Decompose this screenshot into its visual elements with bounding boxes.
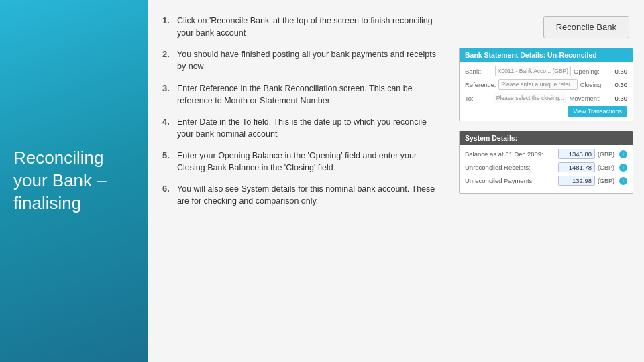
- bank-input-1[interactable]: X0011 - Bank Acco... (GBP): [495, 66, 571, 76]
- right-column: Reconcile Bank Bank Statement Details: U…: [449, 0, 644, 362]
- step-5-number: 5.: [162, 150, 177, 160]
- step-5: 5. Enter your Opening Balance in the 'Op…: [162, 149, 437, 174]
- bank-input-3[interactable]: Please select the closing...: [494, 93, 567, 103]
- view-transactions-button[interactable]: View Transactions: [568, 106, 627, 117]
- system-details-box: System Details: Balance as at 31 Dec 200…: [459, 131, 633, 194]
- bank-input-2[interactable]: Please enter a unique refer...: [498, 79, 577, 90]
- bank-field-3: Movement:: [569, 95, 600, 102]
- bank-label-2: Reference:: [465, 81, 496, 88]
- system-currency-1: (GBP): [598, 151, 616, 158]
- bank-label-3: To:: [465, 95, 491, 102]
- step-3: 3. Enter Reference in the Bank Reconcili…: [162, 82, 437, 107]
- step-2-number: 2.: [162, 49, 177, 59]
- step-3-text: Enter Reference in the Bank Reconciliati…: [177, 82, 437, 107]
- system-row-2: Unreconciled Receipts: 1481.78 (GBP) i: [465, 162, 627, 172]
- system-value-2: 1481.78: [558, 162, 595, 172]
- bank-value-1: 0.30: [602, 68, 627, 75]
- step-2-text: You should have finished posting all you…: [177, 48, 437, 72]
- bank-value-2: 0.30: [606, 81, 627, 88]
- bank-statement-details-box: Bank Statement Details: Un-Reconciled Ba…: [459, 48, 633, 121]
- system-row-1: Balance as at 31 Dec 2009: 1345.80 (GBP)…: [465, 149, 627, 159]
- step-6: 6. You will also see System details for …: [162, 183, 437, 207]
- system-details-header: System Details:: [460, 131, 633, 145]
- sidebar: Reconciling your Bank – finalising: [0, 0, 148, 362]
- system-value-3: 132.98: [558, 176, 595, 186]
- step-1-number: 1.: [162, 15, 177, 25]
- steps-column: 1. Click on 'Reconcile Bank' at the top …: [148, 0, 449, 362]
- step-3-number: 3.: [162, 83, 177, 93]
- system-label-3: Unreconciled Payments:: [465, 177, 555, 184]
- step-5-text: Enter your Opening Balance in the 'Openi…: [177, 149, 437, 174]
- system-details-body: Balance as at 31 Dec 2009: 1345.80 (GBP)…: [460, 145, 633, 193]
- step-1: 1. Click on 'Reconcile Bank' at the top …: [162, 15, 437, 39]
- bank-row-1: Bank: X0011 - Bank Acco... (GBP) Opening…: [465, 66, 627, 76]
- bank-row-3: To: Please select the closing... Movemen…: [465, 93, 627, 103]
- system-info-icon-1[interactable]: i: [619, 150, 627, 158]
- system-row-3: Unreconciled Payments: 132.98 (GBP) i: [465, 176, 627, 186]
- step-6-number: 6.: [162, 184, 177, 194]
- bank-label-1: Bank:: [465, 68, 492, 75]
- system-value-1: 1345.80: [558, 149, 595, 159]
- bank-value-3: 0.30: [603, 95, 627, 102]
- view-transactions-container: View Transactions: [465, 106, 627, 117]
- bank-field-1: Opening:: [574, 68, 600, 75]
- bank-statement-body: Bank: X0011 - Bank Acco... (GBP) Opening…: [460, 62, 633, 121]
- step-4: 4. Enter Date in the To field. This is t…: [162, 116, 437, 140]
- system-label-1: Balance as at 31 Dec 2009:: [465, 150, 555, 158]
- system-currency-3: (GBP): [598, 178, 616, 184]
- system-info-icon-3[interactable]: i: [619, 177, 627, 185]
- bank-statement-header: Bank Statement Details: Un-Reconciled: [460, 48, 633, 62]
- step-2: 2. You should have finished posting all …: [162, 48, 437, 72]
- system-label-2: Unreconciled Receipts:: [465, 164, 555, 171]
- reconcile-bank-button[interactable]: Reconcile Bank: [543, 16, 629, 38]
- step-4-text: Enter Date in the To field. This is the …: [177, 116, 437, 140]
- sidebar-title: Reconciling your Bank – finalising: [13, 147, 134, 215]
- system-currency-2: (GBP): [598, 164, 616, 171]
- bank-field-2: Closing:: [580, 81, 603, 88]
- step-6-text: You will also see System details for thi…: [177, 183, 437, 207]
- step-1-text: Click on 'Reconcile Bank' at the top of …: [177, 15, 437, 39]
- main-content: 1. Click on 'Reconcile Bank' at the top …: [148, 0, 644, 362]
- system-info-icon-2[interactable]: i: [619, 164, 627, 172]
- bank-row-2: Reference: Please enter a unique refer..…: [465, 79, 627, 90]
- step-4-number: 4.: [162, 117, 177, 127]
